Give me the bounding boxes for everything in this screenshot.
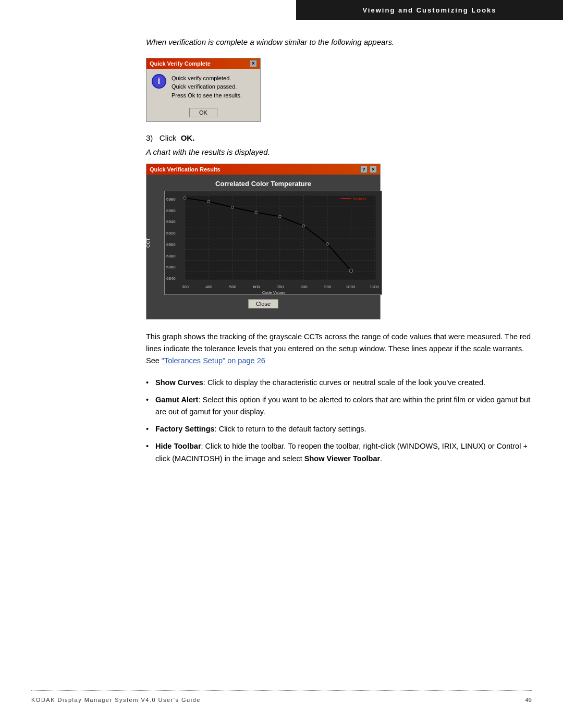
- svg-point-40: [207, 200, 210, 203]
- footer: KODAK Display Manager System V4.0 User's…: [31, 690, 532, 703]
- svg-point-39: [183, 196, 186, 199]
- verify-msg-line2: Quick verification passed.: [172, 82, 242, 91]
- y-axis-label: CCT: [145, 238, 151, 248]
- verify-msg-line1: Quick verify completed.: [172, 74, 242, 83]
- header-title: Viewing and Customizing Looks: [362, 6, 496, 14]
- verify-dialog-titlebar: Quick Verify Complete ×: [146, 58, 260, 69]
- step3-number: 3): [146, 133, 153, 142]
- chart-help-button[interactable]: ?: [360, 166, 368, 173]
- svg-point-45: [326, 243, 328, 245]
- chart-body: Correlated Color Temperature CCT 6980 69…: [146, 175, 380, 319]
- chart-container: CCT 6980 6960 6940 6920 6900 6880 6860 6…: [153, 191, 374, 295]
- chart-svg: 6980 6960 6940 6920 6900 6880 6860 6840: [165, 191, 382, 294]
- verify-ok-button[interactable]: OK: [189, 108, 217, 117]
- verify-dialog: Quick Verify Complete × i Quick verify c…: [146, 58, 261, 122]
- bullet-text-show-curves: : Click to display the characteristic cu…: [203, 378, 485, 387]
- bullet-text-gamut-alert: : Select this option if you want to be a…: [155, 396, 530, 416]
- svg-text:700: 700: [277, 285, 284, 289]
- info-icon: i: [152, 74, 166, 89]
- chart-window-buttons: ? ×: [360, 166, 377, 173]
- chart-window-title: Quick Verification Results: [150, 166, 221, 172]
- svg-text:6880: 6880: [166, 254, 176, 258]
- bullet-bold-factory-settings: Factory Settings: [155, 425, 215, 433]
- main-content: When verification is complete a window s…: [146, 36, 532, 475]
- tolerances-link[interactable]: "Tolerances Setup" on page 26: [162, 356, 265, 365]
- verify-dialog-btn-row: OK: [146, 105, 260, 121]
- bullet-text-period: .: [380, 454, 382, 463]
- svg-text:1000: 1000: [346, 285, 356, 289]
- step3-label: 3) Click OK.: [146, 133, 532, 142]
- chart-title: Correlated Color Temperature: [153, 180, 374, 188]
- chart-close-button[interactable]: ×: [370, 166, 377, 173]
- svg-point-44: [302, 225, 305, 227]
- chart-close-row: Close: [153, 295, 374, 313]
- svg-text:6940: 6940: [166, 219, 176, 224]
- chart-window-titlebar: Quick Verification Results ? ×: [146, 164, 380, 175]
- svg-text:6960: 6960: [166, 208, 176, 213]
- verify-dialog-title: Quick Verify Complete: [150, 60, 211, 67]
- list-item-show-curves: Show Curves: Click to display the charac…: [146, 377, 532, 389]
- svg-text:Code Values: Code Values: [262, 290, 286, 294]
- list-item-hide-toolbar: Hide Toolbar: Click to hide the toolbar.…: [146, 440, 532, 464]
- svg-point-42: [255, 211, 258, 214]
- svg-text:Series1: Series1: [352, 196, 366, 201]
- chart-window: Quick Verification Results ? × Correlate…: [146, 164, 381, 319]
- footer-right: 49: [525, 697, 532, 703]
- svg-text:400: 400: [205, 285, 213, 289]
- svg-text:800: 800: [300, 285, 308, 289]
- svg-text:1100: 1100: [370, 285, 379, 289]
- step3-text: Click: [160, 133, 177, 142]
- svg-text:600: 600: [253, 285, 260, 289]
- bullet-bold-show-curves: Show Curves: [155, 378, 203, 387]
- intro-text: When verification is complete a window s…: [146, 36, 532, 48]
- header-bar: Viewing and Customizing Looks: [296, 0, 563, 20]
- svg-text:6980: 6980: [166, 197, 176, 202]
- svg-text:300: 300: [182, 285, 189, 289]
- bullet-bold-gamut-alert: Gamut Alert: [155, 396, 198, 404]
- description-paragraph: This graph shows the tracking of the gra…: [146, 331, 532, 367]
- svg-point-46: [349, 269, 353, 273]
- svg-text:6860: 6860: [166, 265, 176, 270]
- svg-text:6840: 6840: [166, 276, 176, 281]
- svg-text:6920: 6920: [166, 231, 176, 236]
- svg-text:6900: 6900: [166, 242, 176, 247]
- svg-rect-8: [185, 195, 376, 280]
- chart-caption: A chart with the results is displayed.: [146, 147, 532, 156]
- svg-point-41: [231, 206, 234, 208]
- chart-area: 6980 6960 6940 6920 6900 6880 6860 6840: [164, 191, 382, 295]
- bullet-text-factory-settings: : Click to return to the default factory…: [215, 425, 366, 433]
- svg-text:900: 900: [324, 285, 332, 289]
- verify-dialog-message: Quick verify completed. Quick verificati…: [172, 74, 242, 100]
- bullet-bold-hide-toolbar: Hide Toolbar: [155, 442, 201, 450]
- verify-dialog-body: i Quick verify completed. Quick verifica…: [146, 69, 260, 105]
- verify-dialog-close[interactable]: ×: [250, 60, 257, 67]
- bullet-bold-show-viewer: Show Viewer Toolbar: [304, 454, 380, 463]
- verify-msg-line3: Press Ok to see the results.: [172, 91, 242, 100]
- step3-bold: OK.: [181, 133, 195, 142]
- svg-point-43: [278, 215, 281, 218]
- list-item-gamut-alert: Gamut Alert: Select this option if you w…: [146, 394, 532, 418]
- svg-text:500: 500: [229, 285, 237, 289]
- bullet-list: Show Curves: Click to display the charac…: [146, 377, 532, 465]
- footer-left: KODAK Display Manager System V4.0 User's…: [31, 697, 201, 703]
- chart-close-button[interactable]: Close: [248, 299, 278, 309]
- list-item-factory-settings: Factory Settings: Click to return to the…: [146, 423, 532, 435]
